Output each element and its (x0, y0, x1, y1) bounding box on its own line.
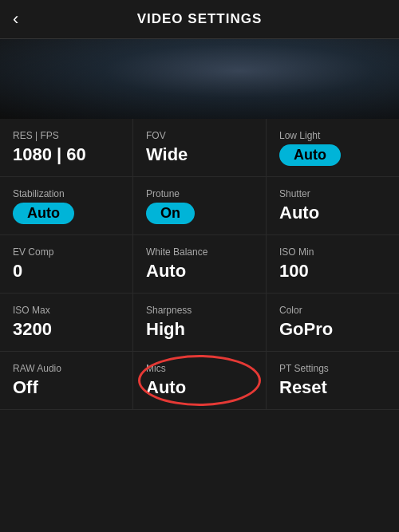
settings-cell-1-2[interactable]: ShutterAuto (267, 177, 399, 234)
cell-value-1-2: Auto (279, 203, 319, 223)
cell-value-3-1: High (146, 319, 185, 340)
settings-row-1: StabilizationAutoProtuneOnShutterAuto (0, 177, 399, 235)
hero-image (0, 39, 399, 119)
settings-cell-4-0[interactable]: RAW AudioOff (0, 352, 133, 409)
cell-label-3-0: ISO Max (13, 305, 50, 316)
cell-label-0-0: RES | FPS (13, 130, 59, 141)
back-button[interactable]: ‹ (13, 10, 18, 28)
settings-row-2: EV Comp0White BalanceAutoISO Min100 (0, 235, 399, 294)
settings-cell-3-1[interactable]: SharpnessHigh (133, 294, 267, 351)
cell-value-3-0: 3200 (13, 319, 52, 340)
settings-cell-4-2[interactable]: PT SettingsReset (267, 352, 399, 409)
cell-label-4-1: Mics (146, 363, 166, 374)
cell-label-0-1: FOV (146, 130, 166, 141)
settings-cell-1-1[interactable]: ProtuneOn (133, 177, 267, 234)
cell-value-2-1: Auto (146, 261, 186, 282)
cell-label-0-2: Low Light (279, 130, 320, 141)
settings-row-3: ISO Max3200SharpnessHighColorGoPro (0, 294, 399, 352)
cell-label-3-1: Sharpness (146, 305, 192, 316)
settings-cell-1-0[interactable]: StabilizationAuto (0, 177, 133, 234)
settings-cell-0-2[interactable]: Low LightAuto (267, 119, 399, 176)
settings-cell-2-1[interactable]: White BalanceAuto (133, 235, 267, 293)
cell-label-1-0: Stabilization (13, 188, 65, 199)
cell-label-2-1: White Balance (146, 246, 207, 258)
cell-label-4-0: RAW Audio (13, 363, 61, 374)
settings-cell-0-0[interactable]: RES | FPS1080 | 60 (0, 119, 133, 176)
cell-label-4-2: PT Settings (279, 363, 329, 374)
header: ‹ VIDEO SETTINGS (0, 0, 399, 39)
cell-value-1-1: On (146, 203, 195, 224)
settings-cell-4-1[interactable]: MicsAuto (133, 352, 267, 409)
settings-cell-3-2[interactable]: ColorGoPro (267, 294, 399, 351)
cell-value-4-1: Auto (146, 377, 186, 398)
settings-grid: RES | FPS1080 | 60FOVWideLow LightAutoSt… (0, 119, 399, 410)
cell-value-2-2: 100 (279, 261, 309, 282)
cell-value-4-2: Reset (279, 377, 327, 398)
settings-cell-2-0[interactable]: EV Comp0 (0, 235, 133, 293)
cell-label-2-2: ISO Min (279, 246, 314, 258)
cell-label-2-0: EV Comp (13, 246, 53, 258)
cell-value-0-2: Auto (279, 144, 341, 166)
cell-value-0-1: Wide (146, 144, 188, 165)
settings-row-0: RES | FPS1080 | 60FOVWideLow LightAuto (0, 119, 399, 177)
page-title: VIDEO SETTINGS (137, 11, 263, 27)
settings-cell-2-2[interactable]: ISO Min100 (267, 235, 399, 293)
cell-label-1-1: Protune (146, 188, 180, 199)
cell-value-3-2: GoPro (279, 319, 333, 340)
settings-cell-3-0[interactable]: ISO Max3200 (0, 294, 133, 351)
cell-value-0-0: 1080 | 60 (13, 144, 86, 165)
cell-value-2-0: 0 (13, 261, 22, 282)
cell-value-4-0: Off (13, 377, 38, 398)
cell-label-3-2: Color (279, 305, 302, 316)
cell-label-1-2: Shutter (279, 188, 310, 199)
cell-value-1-0: Auto (13, 203, 74, 224)
settings-row-4: RAW AudioOffMicsAutoPT SettingsReset (0, 352, 399, 410)
settings-cell-0-1[interactable]: FOVWide (133, 119, 267, 176)
